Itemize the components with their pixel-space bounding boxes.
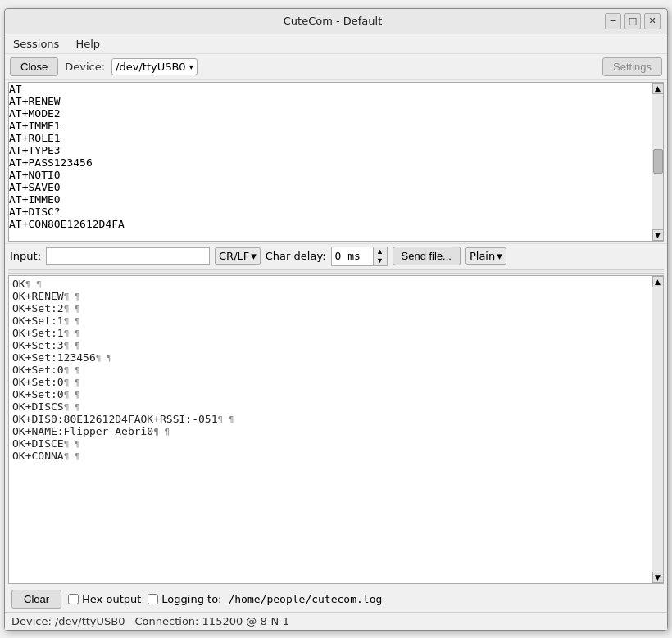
scroll-thumb[interactable] xyxy=(653,149,663,174)
settings-button[interactable]: Settings xyxy=(602,57,662,76)
scroll-down-arrow[interactable]: ▼ xyxy=(652,229,664,241)
scroll-up-arrow[interactable]: ▲ xyxy=(652,83,664,94)
output-format-value: Plain xyxy=(470,250,495,262)
char-delay-value: 0 ms xyxy=(332,248,373,264)
list-item: OK+Set:1¶ ¶ xyxy=(12,327,648,339)
list-item: OK+DISCE¶ ¶ xyxy=(12,437,648,450)
command-list-scrollbar[interactable]: ▲ ▼ xyxy=(652,83,663,241)
list-item[interactable]: AT+SAVE0 xyxy=(9,181,652,193)
close-button[interactable]: ✕ xyxy=(644,13,661,29)
chevron-down-icon: ▾ xyxy=(497,250,502,262)
output-format-select[interactable]: Plain ▾ xyxy=(465,247,506,265)
device-select[interactable]: /dev/ttyUSB0 ▾ xyxy=(111,58,198,75)
input-field[interactable] xyxy=(46,247,210,265)
sessions-menu[interactable]: Sessions xyxy=(10,36,62,52)
output-area-container: OK¶ ¶OK+RENEW¶ ¶OK+Set:2¶ ¶OK+Set:1¶ ¶OK… xyxy=(8,275,664,584)
output-area: OK¶ ¶OK+RENEW¶ ¶OK+Set:2¶ ¶OK+Set:1¶ ¶OK… xyxy=(9,276,652,583)
list-item[interactable]: AT+MODE2 xyxy=(9,107,652,120)
scroll-up-arrow[interactable]: ▲ xyxy=(652,276,664,287)
maximize-button[interactable]: □ xyxy=(624,13,641,29)
status-bar: Device: /dev/ttyUSB0 Connection: 115200 … xyxy=(5,612,667,630)
list-item[interactable]: AT xyxy=(9,83,652,95)
list-item: OK+Set:123456¶ ¶ xyxy=(12,351,648,364)
line-ending-value: CR/LF xyxy=(219,250,249,262)
list-item: OK+CONNA¶ ¶ xyxy=(12,450,648,462)
char-delay-spinner: ▲ ▼ xyxy=(373,247,387,265)
list-item: OK+Set:2¶ ¶ xyxy=(12,302,648,314)
char-delay-input: 0 ms ▲ ▼ xyxy=(331,247,388,266)
output-scrollbar[interactable]: ▲ ▼ xyxy=(652,276,663,583)
list-item[interactable]: AT+NOTI0 xyxy=(9,169,652,181)
hex-output-checkbox[interactable] xyxy=(68,594,79,604)
list-item[interactable]: AT+IMME0 xyxy=(9,193,652,206)
minimize-button[interactable]: − xyxy=(605,13,621,29)
list-item[interactable]: AT+ROLE1 xyxy=(9,132,652,144)
char-delay-label: Char delay: xyxy=(266,250,326,262)
input-row: Input: CR/LF ▾ Char delay: 0 ms ▲ ▼ Send… xyxy=(5,243,667,269)
list-item: OK+Set:0¶ ¶ xyxy=(12,364,648,376)
list-item: OK+Set:1¶ ¶ xyxy=(12,314,648,327)
char-delay-increment[interactable]: ▲ xyxy=(374,247,387,256)
list-item[interactable]: AT+IMME1 xyxy=(9,120,652,132)
logging-label: Logging to: xyxy=(161,593,221,605)
toolbar: Close Device: /dev/ttyUSB0 ▾ Settings xyxy=(5,54,667,80)
main-window: CuteCom - Default − □ ✕ Sessions Help Cl… xyxy=(4,8,668,631)
command-list-container: ATAT+RENEWAT+MODE2AT+IMME1AT+ROLE1AT+TYP… xyxy=(8,82,664,242)
logging-checkbox[interactable] xyxy=(148,594,158,604)
list-item: OK+DISCS¶ ¶ xyxy=(12,400,648,413)
close-device-button[interactable]: Close xyxy=(10,57,58,76)
logging-checkbox-row[interactable]: Logging to: xyxy=(148,593,221,605)
list-item: OK+Set:3¶ ¶ xyxy=(12,339,648,351)
list-item: OK+NAME:Flipper Aebri0¶ ¶ xyxy=(12,425,648,437)
list-item[interactable]: AT+TYPE3 xyxy=(9,144,652,156)
list-item[interactable]: AT+PASS123456 xyxy=(9,156,652,169)
chevron-down-icon: ▾ xyxy=(251,250,257,262)
window-controls: − □ ✕ xyxy=(605,13,661,29)
hex-output-label: Hex output xyxy=(82,593,141,605)
chevron-down-icon: ▾ xyxy=(189,62,193,71)
input-label: Input: xyxy=(10,250,41,262)
status-connection: Connection: 115200 @ 8-N-1 xyxy=(135,615,290,627)
list-item: OK+Set:0¶ ¶ xyxy=(12,376,648,388)
title-bar: CuteCom - Default − □ ✕ xyxy=(5,9,667,34)
status-device: Device: /dev/ttyUSB0 xyxy=(11,615,125,627)
char-delay-decrement[interactable]: ▼ xyxy=(374,256,387,265)
list-item[interactable]: AT+RENEW xyxy=(9,95,652,107)
line-ending-select[interactable]: CR/LF ▾ xyxy=(215,247,261,265)
list-item[interactable]: AT+CON80E12612D4FA xyxy=(9,218,652,230)
logging-path: /home/people/cutecom.log xyxy=(228,593,382,605)
list-item: OK+DIS0:80E12612D4FAOK+RSSI:-051¶ ¶ xyxy=(12,413,648,425)
window-title: CuteCom - Default xyxy=(61,15,605,27)
device-label: Device: xyxy=(65,61,105,73)
help-menu[interactable]: Help xyxy=(72,36,103,52)
command-list: ATAT+RENEWAT+MODE2AT+IMME1AT+ROLE1AT+TYP… xyxy=(9,83,652,241)
list-item: OK+Set:0¶ ¶ xyxy=(12,388,648,400)
list-item[interactable]: AT+DISC? xyxy=(9,206,652,218)
bottom-bar: Clear Hex output Logging to: /home/peopl… xyxy=(5,586,667,612)
hex-output-checkbox-row[interactable]: Hex output xyxy=(68,593,141,605)
send-file-button[interactable]: Send file... xyxy=(393,247,461,265)
clear-button[interactable]: Clear xyxy=(11,590,61,609)
device-select-value: /dev/ttyUSB0 xyxy=(116,61,186,73)
drag-handle[interactable] xyxy=(8,269,664,274)
scroll-down-arrow[interactable]: ▼ xyxy=(652,572,664,583)
list-item: OK+RENEW¶ ¶ xyxy=(12,290,648,302)
list-item: OK¶ ¶ xyxy=(12,278,648,290)
menu-bar: Sessions Help xyxy=(5,34,667,54)
